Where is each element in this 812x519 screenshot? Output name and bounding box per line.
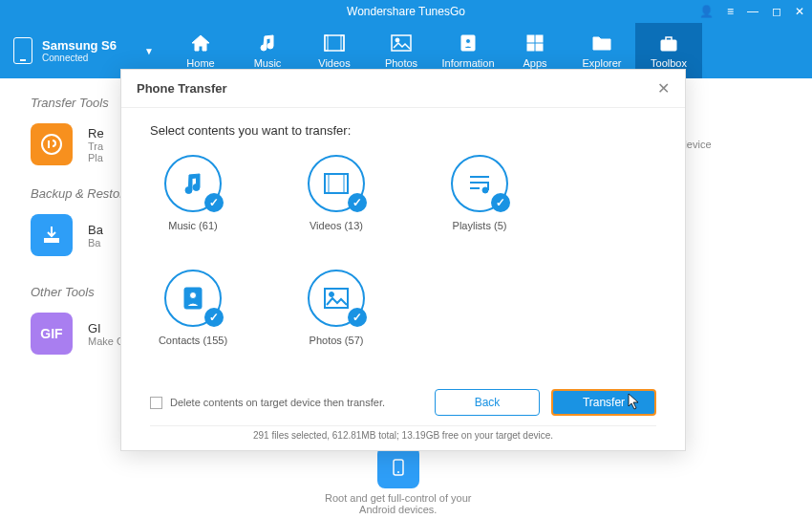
phone-icon (13, 37, 32, 64)
svg-rect-10 (536, 44, 543, 51)
content-label: Photos (57) (293, 335, 379, 346)
check-icon (204, 308, 224, 327)
apps-icon (524, 32, 546, 54)
window-controls: 👤 ≡ — ◻ ✕ (699, 5, 804, 18)
root-icon (377, 446, 419, 488)
card-desc: Tra (88, 141, 104, 152)
home-icon (189, 32, 212, 54)
card-desc: Ba (88, 237, 103, 249)
delete-label: Delete contents on target device then tr… (170, 397, 385, 408)
nav-label: Explorer (583, 57, 622, 69)
svg-rect-1 (325, 35, 328, 51)
close-window-icon[interactable]: ✕ (795, 5, 804, 18)
checkbox[interactable] (150, 397, 162, 409)
gif-icon: GIF (31, 313, 73, 355)
check-icon (491, 193, 510, 212)
svg-point-27 (330, 292, 334, 297)
device-status: Connected (42, 53, 117, 63)
device-selector[interactable]: Samsung S6 Connected ▼ (0, 37, 167, 64)
nav-label: Information (441, 57, 494, 69)
content-playlists[interactable]: Playlists (5) (437, 155, 523, 231)
root-desc1: Root and get full-control of your (325, 492, 471, 504)
transfer-button[interactable]: Transfer (551, 389, 656, 416)
backup-icon (31, 214, 73, 256)
maximize-icon[interactable]: ◻ (772, 5, 781, 18)
svg-rect-8 (536, 35, 543, 42)
delete-before-transfer[interactable]: Delete contents on target device then tr… (150, 397, 385, 409)
nav-label: Photos (385, 57, 417, 69)
root-desc2: Android devices. (325, 504, 471, 515)
status-bar: 291 files selected, 612.81MB total; 13.1… (150, 425, 656, 441)
svg-point-12 (42, 135, 61, 154)
device-name: Samsung S6 (42, 38, 117, 53)
svg-rect-9 (527, 44, 534, 51)
content-label: Contacts (155) (150, 335, 236, 346)
content-grid: Music (61) Videos (13) Playlists (5) Con… (150, 155, 656, 346)
phone-transfer-modal: Phone Transfer ✕ Select contents you wan… (120, 69, 686, 451)
back-button[interactable]: Back (435, 389, 540, 416)
svg-rect-3 (392, 35, 411, 51)
svg-rect-11 (661, 40, 676, 51)
content-label: Music (61) (150, 220, 236, 231)
modal-body: Select contents you want to transfer: Mu… (121, 108, 685, 378)
svg-rect-26 (325, 289, 348, 308)
modal-prompt: Select contents you want to transfer: (150, 123, 656, 138)
close-icon[interactable]: ✕ (657, 79, 670, 97)
content-label: Playlists (5) (437, 220, 523, 231)
rebuild-icon (31, 123, 73, 165)
svg-point-6 (466, 39, 471, 44)
svg-rect-13 (44, 238, 59, 243)
nav-label: Music (254, 57, 282, 69)
svg-point-4 (395, 38, 399, 42)
svg-rect-2 (341, 35, 344, 51)
nav-label: Home (186, 57, 214, 69)
card-root[interactable]: Root and get full-control of your Androi… (325, 446, 471, 515)
modal-header: Phone Transfer ✕ (121, 70, 685, 108)
music-icon (256, 32, 279, 54)
check-icon (348, 308, 367, 327)
chevron-down-icon: ▼ (144, 46, 154, 56)
contacts-icon (457, 32, 480, 54)
card-desc: Pla (88, 152, 104, 163)
modal-footer: Delete contents on target device then tr… (121, 378, 685, 450)
content-contacts[interactable]: Contacts (155) (150, 270, 236, 346)
photos-icon (390, 32, 413, 54)
app-title: Wondershare TunesGo (347, 5, 465, 18)
content-videos[interactable]: Videos (13) (293, 155, 379, 231)
minimize-icon[interactable]: — (747, 5, 759, 18)
svg-point-15 (397, 471, 399, 473)
titlebar: Wondershare TunesGo 👤 ≡ — ◻ ✕ (0, 0, 812, 23)
content-label: Videos (13) (293, 220, 379, 231)
check-icon (348, 193, 367, 212)
nav-label: Toolbox (651, 57, 687, 69)
menu-icon[interactable]: ≡ (727, 5, 734, 18)
toolbox-icon (657, 32, 680, 54)
nav-label: Apps (523, 57, 546, 69)
user-icon[interactable]: 👤 (699, 5, 714, 18)
card-title: Re (88, 126, 104, 141)
content-photos[interactable]: Photos (57) (293, 270, 379, 346)
modal-title: Phone Transfer (137, 81, 227, 96)
folder-icon (590, 32, 613, 54)
content-music[interactable]: Music (61) (150, 155, 236, 231)
nav-label: Videos (318, 57, 350, 69)
card-title: Ba (88, 223, 103, 237)
videos-icon (323, 32, 346, 54)
check-icon (204, 193, 224, 212)
svg-rect-7 (527, 35, 534, 42)
svg-point-25 (190, 292, 197, 299)
cursor-icon (628, 393, 641, 410)
